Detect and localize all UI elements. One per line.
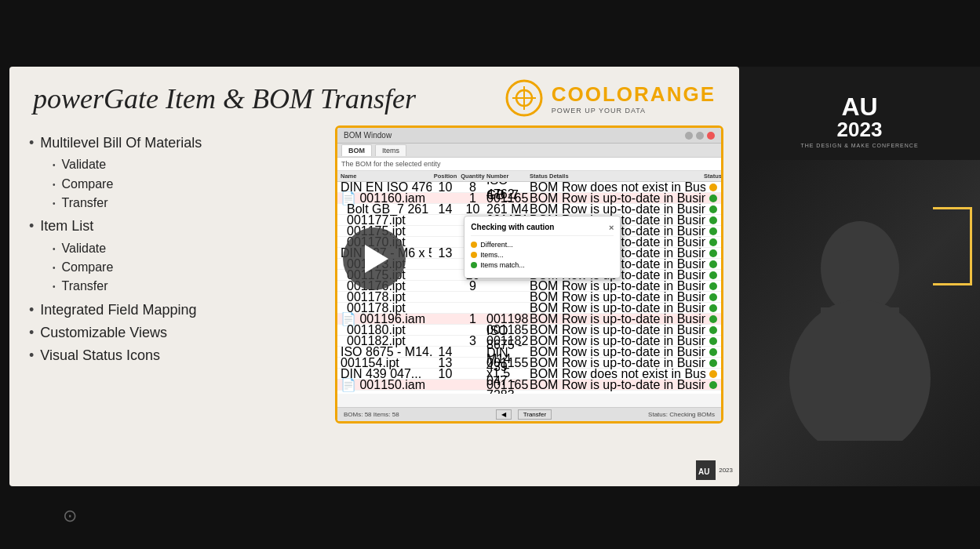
status-icon-green — [709, 282, 717, 290]
bullet-validate1: • Validate — [29, 156, 319, 173]
play-triangle-icon — [365, 245, 388, 273]
slide-title: powerGate Item & BOM Transfer — [33, 82, 416, 115]
transfer-button[interactable]: Transfer — [518, 409, 552, 420]
col-header-status: Status — [704, 173, 721, 180]
svg-text:AU: AU — [698, 467, 709, 476]
bom-footer-left: BOMs: 58 Items: 58 — [344, 411, 399, 418]
bullet-transfer2: • Transfer — [29, 278, 319, 295]
status-icon-green — [709, 348, 717, 356]
col-header-name: Name — [337, 173, 432, 180]
bom-table-body: DIN EN ISO 4762... 10 8 ISO 4762... BOM … — [337, 182, 721, 394]
coolorange-logo-icon — [505, 78, 544, 118]
logo-area: COOLORANGE POWER UP YOUR DATA — [505, 78, 716, 118]
status-icon-green — [709, 359, 717, 367]
bom-title-text: BOM Window — [344, 131, 682, 140]
bullet-transfer1: • Transfer — [29, 195, 319, 212]
status-icon-green — [709, 337, 717, 345]
legend-dot-orange — [471, 242, 477, 248]
col-header-statusdetails: Status Details — [530, 173, 704, 180]
camera-area: AU 2023 THE DESIGN & MAKE CONFERENCE — [739, 67, 980, 486]
status-icon-orange — [709, 184, 717, 191]
status-icon-green — [709, 293, 717, 301]
col-header-num: Number — [486, 173, 530, 180]
dialog-close-btn[interactable]: × — [609, 223, 614, 232]
au-year-slide: 2023 — [719, 467, 733, 474]
bottom-icon: ⊙ — [63, 506, 77, 526]
bom-titlebar: BOM Window — [337, 128, 721, 144]
logo-text: COOLORANGE POWER UP YOUR DATA — [552, 82, 716, 115]
close-btn[interactable] — [707, 132, 715, 140]
status-icon-green — [709, 271, 717, 279]
col-header-qty: Quantity — [459, 173, 486, 180]
maximize-btn[interactable] — [696, 132, 704, 140]
status-icon-green — [709, 205, 717, 213]
status-icon-green — [709, 260, 717, 268]
bullet-compare2: • Compare — [29, 259, 319, 276]
bottom-bar: ⊙ — [0, 482, 980, 549]
tab-bom[interactable]: BOM — [341, 144, 372, 156]
bullet-list: • Multilevel Bill Of Materials • Validat… — [29, 133, 319, 369]
slide-container: powerGate Item & BOM Transfer COOLORANGE… — [9, 67, 739, 486]
bullet-customviews: • Customizable Views — [29, 323, 319, 343]
status-icon-green — [709, 381, 717, 389]
bom-column-headers: Name Position Quantity Number Status Det… — [337, 171, 721, 182]
logo-name: COOLORANGE — [552, 82, 716, 107]
dialog-item-0: Different... — [471, 241, 614, 249]
bom-dialog: Checking with caution × Different... Ite… — [464, 216, 621, 278]
bullet-compare1: • Compare — [29, 176, 319, 193]
autodesk-icon: AU — [696, 460, 716, 480]
bullet-statusicons: • Visual Status Icons — [29, 346, 319, 365]
au-name: AU — [800, 94, 918, 119]
speaker-silhouette — [774, 205, 946, 441]
bom-footer-buttons: ◀ Transfer — [496, 409, 552, 420]
table-row[interactable]: 📄 001150.iam 001165 BOM Row is up-to-dat… — [337, 380, 721, 391]
bullet-validate2: • Validate — [29, 240, 319, 257]
au-subtitle: THE DESIGN & MAKE CONFERENCE — [800, 143, 918, 148]
speaker-video — [739, 160, 980, 486]
top-bar — [0, 0, 980, 67]
dialog-item-2: Items match... — [471, 261, 614, 269]
bom-footer: BOMs: 58 Items: 58 ◀ Transfer Status: Ch… — [337, 407, 721, 421]
tab-items[interactable]: Items — [375, 144, 406, 156]
dialog-item-1: Items... — [471, 251, 614, 259]
status-icon-green — [709, 216, 717, 224]
legend-dot-green — [471, 262, 477, 268]
status-icon-green — [709, 195, 717, 202]
bullet-itemlist: • Item List — [29, 216, 319, 236]
minimize-btn[interactable] — [685, 132, 693, 140]
status-icon-green — [709, 326, 717, 334]
au-conference-badge: AU 2023 THE DESIGN & MAKE CONFERENCE — [792, 82, 926, 160]
status-icon-green — [709, 227, 717, 235]
bom-entity-header: The BOM for the selected entity — [337, 158, 721, 171]
au-year: 2023 — [800, 119, 918, 140]
status-icon-orange — [709, 370, 717, 378]
back-button[interactable]: ◀ — [496, 409, 512, 420]
legend-dot-orange2 — [471, 252, 477, 258]
play-button[interactable] — [343, 227, 406, 290]
svg-rect-8 — [821, 307, 899, 386]
col-header-pos: Position — [432, 173, 459, 180]
bullet-fieldmapping: • Integrated Field Mapping — [29, 300, 319, 320]
status-icon-green — [709, 238, 717, 246]
yellow-bracket-decoration — [933, 207, 972, 285]
logo-tagline: POWER UP YOUR DATA — [552, 107, 716, 115]
status-icon-green — [709, 315, 717, 323]
status-icon-green — [709, 249, 717, 257]
au-badge-slide: AU 2023 — [696, 460, 733, 480]
bom-tabs: BOM Items — [337, 144, 721, 158]
bullet-multilevel: • Multilevel Bill Of Materials — [29, 133, 319, 153]
dialog-title: Checking with caution × — [471, 223, 614, 236]
bom-footer-right: Status: Checking BOMs — [648, 411, 715, 418]
status-icon-green — [709, 304, 717, 312]
